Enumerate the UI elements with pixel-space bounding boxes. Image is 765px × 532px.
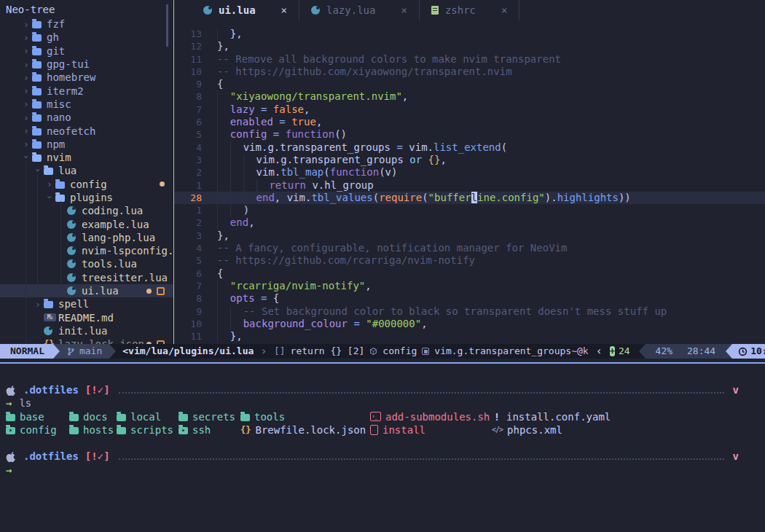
code-line-text: -- Remove all background colors to make … xyxy=(217,53,561,66)
code-line[interactable]: 1return v.hl_group xyxy=(174,179,765,192)
code-line[interactable]: 8"xiyaowong/transparent.nvim", xyxy=(174,90,765,103)
json-icon: {} xyxy=(44,339,54,344)
code-line[interactable]: 9-- Set background color to black so tra… xyxy=(174,305,765,318)
code-line[interactable]: 13}, xyxy=(174,28,765,40)
line-number: 1 xyxy=(174,179,202,192)
json-icon: {} xyxy=(240,423,251,437)
tree-item-homebrew[interactable]: ›homebrew xyxy=(0,71,173,84)
tree-scrollbar[interactable] xyxy=(166,4,168,47)
tree-item-gpg-tui[interactable]: ›gpg-tui xyxy=(0,58,173,71)
code-line[interactable]: 1) xyxy=(174,204,765,216)
chevron-right-icon[interactable]: › xyxy=(20,112,32,123)
chevron-right-icon[interactable]: › xyxy=(20,98,32,109)
tab-close-icon[interactable]: × xyxy=(501,4,507,16)
chevron-right-icon[interactable]: › xyxy=(20,72,32,83)
clock-icon xyxy=(738,347,748,356)
code-line[interactable]: 11}, xyxy=(174,330,765,343)
file-icon-slot xyxy=(67,220,80,229)
chevron-right-icon[interactable]: › xyxy=(20,59,32,70)
folder-icon xyxy=(6,414,15,421)
code-line-text: -- https://github.com/rcarriga/nvim-noti… xyxy=(217,254,475,267)
tab-label: lazy.lua xyxy=(326,4,375,16)
indent-guide xyxy=(230,192,243,204)
code-line-text: { xyxy=(217,267,223,280)
code-line[interactable]: 9{ xyxy=(174,78,765,90)
line-number: 10 xyxy=(174,318,202,330)
tree-item-misc[interactable]: ›misc xyxy=(0,98,173,111)
tree-indent-guide xyxy=(37,175,38,292)
chevron-right-icon[interactable]: › xyxy=(20,19,32,30)
code-line[interactable]: 2vim.tbl_map(function(v) xyxy=(174,166,765,179)
tab-close-icon[interactable]: × xyxy=(281,4,287,16)
chevron-down-icon[interactable]: › xyxy=(44,191,55,203)
tree-item-neofetch[interactable]: ›neofetch xyxy=(0,124,173,137)
line-number: 3 xyxy=(174,154,202,166)
chevron-right-icon[interactable]: › xyxy=(20,32,32,43)
tab-close-icon[interactable]: × xyxy=(401,4,407,16)
indent-guide xyxy=(230,305,243,318)
code-line[interactable]: 3}, xyxy=(174,230,765,242)
file-label: config xyxy=(20,423,57,437)
git-branch-segment: main xyxy=(60,344,109,359)
tree-item-label: lazy-lock.json xyxy=(58,338,144,344)
code-line[interactable]: 7"rcarriga/nvim-notify", xyxy=(174,280,765,292)
chevron-right-icon[interactable]: › xyxy=(20,138,32,149)
chevron-right-icon[interactable]: › xyxy=(20,85,32,96)
code-line[interactable]: 12}, xyxy=(174,40,765,52)
code-line[interactable]: 2end, xyxy=(174,216,765,229)
code-line[interactable]: 8opts = { xyxy=(174,292,765,305)
code-line[interactable]: 7lazy = false, xyxy=(174,103,765,116)
code-line[interactable]: 4vim.g.transparent_groups = vim.list_ext… xyxy=(174,141,765,154)
indent-guide xyxy=(217,116,230,128)
code-line[interactable]: 28end, vim.tbl_values(require("bufferlin… xyxy=(174,192,765,204)
code-line[interactable]: 10-- https://github.com/xiyaowong/transp… xyxy=(174,66,765,78)
folder-icon xyxy=(32,61,42,69)
chevron-down-icon[interactable]: › xyxy=(33,164,44,176)
modified-dot-icon xyxy=(160,181,165,187)
chevron-right-icon[interactable]: › xyxy=(32,299,44,310)
chevron-right-icon[interactable]: › xyxy=(20,45,32,56)
folder-icon xyxy=(32,48,42,55)
code-buffer[interactable]: 13},12},11-- Remove all background color… xyxy=(174,20,765,344)
indent-guide xyxy=(217,90,230,103)
tree-item-git[interactable]: ›git xyxy=(0,44,173,58)
code-line[interactable]: 11-- Remove all background colors to mak… xyxy=(174,53,765,66)
chevron-right-icon[interactable]: › xyxy=(44,179,55,189)
code-line[interactable]: 6{ xyxy=(174,267,765,280)
cursor-line[interactable]: → xyxy=(6,463,759,477)
tree-item-npm[interactable]: ›npm xyxy=(0,138,173,151)
git-branch-icon xyxy=(67,347,75,356)
code-line[interactable]: 4-- A fancy, configurable, notification … xyxy=(174,242,765,254)
file-label: base xyxy=(20,410,44,423)
code-line-text: return v.hl_group xyxy=(217,179,374,192)
git-branch-name: main xyxy=(79,344,102,359)
tree-item-gh[interactable]: ›gh xyxy=(0,31,173,44)
chevron-down-icon[interactable]: › xyxy=(21,151,32,163)
tree-item-fzf[interactable]: ›fzf xyxy=(0,17,173,31)
folder-open-icon xyxy=(44,168,53,175)
terminal-screen: Neo-tree ›fzf›gh›git›gpg-tui›homebrew›it… xyxy=(0,0,765,532)
tab-lazy-lua[interactable]: lazy.lua× xyxy=(299,0,420,20)
yaml-icon: ! xyxy=(492,410,502,423)
folder-icon xyxy=(32,74,42,82)
code-line[interactable]: 3vim.g.transparent_groups or {}, xyxy=(174,154,765,166)
tree-item-iterm2[interactable]: ›iterm2 xyxy=(0,84,173,97)
tree-item-nano[interactable]: ›nano xyxy=(0,111,173,124)
shell-pane[interactable]: .dotfiles [!✓] v → ls basedocslocalsecre… xyxy=(0,364,765,532)
line-number: 4 xyxy=(174,242,202,254)
file-install-conf-yaml: !install.conf.yaml xyxy=(492,410,611,423)
code-line[interactable]: 5config = function() xyxy=(174,128,765,141)
prompt-git-status: [!✓] xyxy=(85,383,110,396)
code-line[interactable]: 5-- https://github.com/rcarriga/nvim-not… xyxy=(174,254,765,267)
bufferline: ui.lua×lazy.lua×zshrc× xyxy=(174,0,765,20)
tab-ui-lua[interactable]: ui.lua× xyxy=(192,0,299,20)
code-line[interactable]: 6enabled = true, xyxy=(174,116,765,128)
git-status-badges xyxy=(146,287,173,295)
chevron-right-icon[interactable]: › xyxy=(20,125,32,136)
file-install: install xyxy=(370,423,492,437)
tree-item-label: spell xyxy=(58,298,89,310)
neotree-sidebar: Neo-tree ›fzf›gh›git›gpg-tui›homebrew›it… xyxy=(0,0,174,344)
code-line[interactable]: 10background_colour = "#000000", xyxy=(174,318,765,330)
tab-zshrc[interactable]: zshrc× xyxy=(420,0,520,20)
indent-guide xyxy=(230,318,243,330)
